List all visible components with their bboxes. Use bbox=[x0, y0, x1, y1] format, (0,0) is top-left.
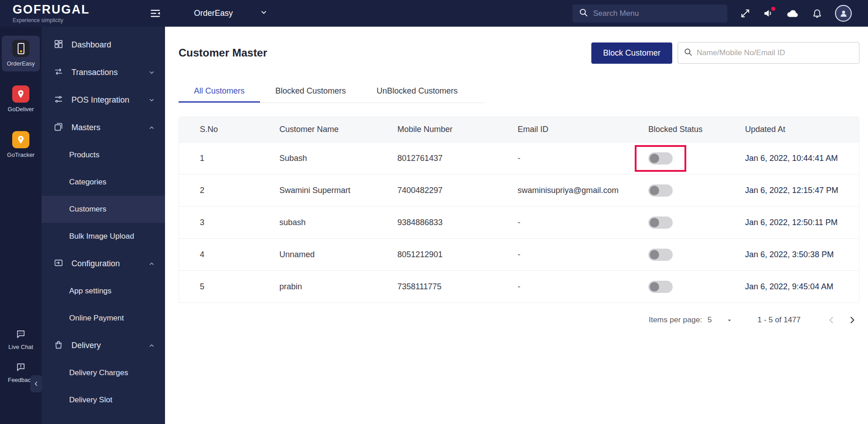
tab-blocked-customers[interactable]: Blocked Customers bbox=[260, 82, 361, 103]
customer-search-box[interactable] bbox=[678, 42, 859, 64]
sidebar-item-label: Masters bbox=[71, 123, 100, 132]
sidebar-item-configuration[interactable]: Configuration bbox=[42, 250, 165, 278]
cell-email-id: - bbox=[518, 218, 648, 227]
blocked-status-toggle[interactable] bbox=[648, 152, 673, 165]
cell-mobile-number: 8012761437 bbox=[397, 154, 518, 163]
sidebar-collapse-icon[interactable] bbox=[149, 7, 161, 19]
sidebar-sub-label: Online Payment bbox=[69, 314, 124, 323]
chevron-down-icon bbox=[148, 69, 155, 76]
sidebar-item-bulk-image-upload[interactable]: Bulk Image Upload bbox=[42, 223, 165, 250]
blocked-status-toggle[interactable] bbox=[648, 249, 673, 261]
app-rail: OrderEasy GoDeliver GoTracker Live Chat bbox=[0, 27, 42, 424]
sidebar-item-delivery[interactable]: Delivery bbox=[42, 332, 165, 359]
feedback-label: Feedback bbox=[8, 377, 33, 383]
cell-sno: 1 bbox=[200, 154, 279, 163]
cell-customer-name: Subash bbox=[279, 154, 397, 163]
logo-text: GOFRUGAL bbox=[13, 4, 136, 16]
sidebar-sub-label: Delivery Charges bbox=[69, 368, 128, 377]
sidebar-item-pos-integration[interactable]: POS Integration bbox=[42, 86, 165, 114]
table-row: 4 Unnamed 8051212901 - Jan 6, 2022, 3:50… bbox=[179, 238, 859, 270]
rail-item-ordereasy[interactable]: OrderEasy bbox=[2, 36, 40, 71]
column-header-mobile-number: Mobile Number bbox=[397, 125, 518, 134]
table-row: 1 Subash 8012761437 - Jan 6, 2022, 10:44… bbox=[179, 142, 859, 174]
main-content: Customer Master Block Customer All Custo… bbox=[165, 27, 868, 424]
cell-updated-at: Jan 6, 2022, 12:50:11 PM bbox=[745, 218, 859, 227]
sidebar-collapse-tab[interactable] bbox=[30, 375, 42, 392]
cell-customer-name: prabin bbox=[279, 282, 397, 292]
items-per-page-dropdown[interactable] bbox=[726, 317, 732, 323]
blocked-status-toggle[interactable] bbox=[648, 184, 673, 197]
notifications-bell-icon[interactable] bbox=[812, 8, 822, 19]
cell-mobile-number: 7400482297 bbox=[397, 186, 518, 195]
cell-sno: 2 bbox=[200, 186, 279, 195]
sidebar-item-app-settings[interactable]: App settings bbox=[42, 278, 165, 305]
cell-sno: 5 bbox=[200, 282, 279, 292]
pagination-next-button[interactable] bbox=[847, 315, 858, 325]
sidebar-item-customers[interactable]: Customers bbox=[42, 196, 165, 223]
feedback-button[interactable]: Feedback bbox=[8, 362, 33, 383]
rail-item-gotracker[interactable]: GoTracker bbox=[2, 127, 40, 163]
sidebar-item-transactions[interactable]: Transactions bbox=[42, 59, 165, 86]
blocked-status-toggle[interactable] bbox=[648, 217, 673, 229]
notification-dot bbox=[771, 7, 775, 11]
chevron-up-icon bbox=[148, 124, 155, 131]
sidebar-item-label: POS Integration bbox=[71, 95, 129, 105]
chevron-up-icon bbox=[148, 260, 155, 267]
cell-mobile-number: 9384886833 bbox=[397, 218, 518, 227]
brand-logo: GOFRUGAL Experience simplicity bbox=[0, 4, 136, 24]
customer-search-input[interactable] bbox=[697, 48, 854, 57]
sidebar-item-products[interactable]: Products bbox=[42, 141, 165, 169]
cloud-sync-icon[interactable] bbox=[786, 8, 799, 19]
pagination-prev-button[interactable] bbox=[826, 315, 837, 325]
rail-item-godeliver[interactable]: GoDeliver bbox=[2, 81, 40, 117]
live-chat-button[interactable]: Live Chat bbox=[9, 329, 33, 350]
product-selector-dropdown[interactable]: OrderEasy bbox=[194, 9, 268, 18]
column-header-blocked-status: Blocked Status bbox=[648, 125, 745, 134]
sidebar-sub-label: Bulk Image Upload bbox=[69, 232, 134, 241]
delivery-icon bbox=[54, 340, 63, 352]
sidebar-sub-label: Products bbox=[69, 151, 99, 160]
tab-all-customers[interactable]: All Customers bbox=[179, 82, 260, 103]
items-per-page-value: 5 bbox=[708, 316, 712, 325]
search-icon bbox=[684, 47, 693, 58]
cell-customer-name: Unnamed bbox=[279, 250, 397, 259]
header-search-box[interactable] bbox=[572, 5, 727, 23]
items-per-page-label: Items per page: bbox=[649, 316, 702, 325]
top-header: GOFRUGAL Experience simplicity OrderEasy bbox=[0, 0, 868, 27]
cell-email-id: - bbox=[518, 250, 648, 259]
cell-email-id: - bbox=[518, 282, 648, 292]
pos-integration-icon bbox=[54, 94, 63, 106]
table-header-row: S.No Customer Name Mobile Number Email I… bbox=[179, 117, 859, 142]
sidebar-item-masters[interactable]: Masters bbox=[42, 114, 165, 141]
cell-sno: 4 bbox=[200, 250, 279, 259]
user-avatar[interactable] bbox=[835, 5, 852, 22]
sidebar-item-categories[interactable]: Categories bbox=[42, 169, 165, 196]
tab-unblocked-customers[interactable]: UnBlocked Customers bbox=[361, 82, 473, 103]
fullscreen-icon[interactable] bbox=[740, 8, 750, 19]
block-customer-button[interactable]: Block Customer bbox=[591, 42, 672, 64]
announcements-icon[interactable] bbox=[763, 8, 774, 19]
sidebar-item-label: Configuration bbox=[71, 259, 120, 269]
sidebar-item-online-payment[interactable]: Online Payment bbox=[42, 305, 165, 332]
column-header-updated-at: Updated At bbox=[745, 125, 859, 134]
sidebar-item-dashboard[interactable]: Dashboard bbox=[42, 31, 165, 59]
sidebar-item-label: Transactions bbox=[71, 68, 118, 77]
cell-mobile-number: 8051212901 bbox=[397, 250, 518, 259]
cell-updated-at: Jan 6, 2022, 12:15:47 PM bbox=[745, 186, 859, 195]
table-row: 2 Swamini Supermart 7400482297 swaminisu… bbox=[179, 174, 859, 206]
chevron-up-icon bbox=[148, 342, 155, 349]
logo-tagline: Experience simplicity bbox=[13, 17, 136, 24]
sidebar-item-delivery-slot[interactable]: Delivery Slot bbox=[42, 386, 165, 414]
table-row: 5 prabin 7358111775 - Jan 6, 2022, 9:45:… bbox=[179, 270, 859, 302]
header-search-input[interactable] bbox=[593, 9, 721, 18]
sidebar-nav: Dashboard Transactions POS Integration bbox=[42, 27, 165, 424]
search-icon bbox=[579, 8, 588, 19]
sidebar-item-label: Dashboard bbox=[71, 40, 111, 50]
rail-label-gotracker: GoTracker bbox=[7, 151, 35, 158]
cell-updated-at: Jan 6, 2022, 9:45:04 AM bbox=[745, 282, 859, 292]
blocked-status-toggle[interactable] bbox=[648, 281, 673, 293]
sidebar-item-delivery-charges[interactable]: Delivery Charges bbox=[42, 359, 165, 386]
pagination-range-label: 1 - 5 of 1477 bbox=[758, 316, 801, 325]
product-selector-label: OrderEasy bbox=[194, 9, 233, 18]
sidebar-sub-label: Customers bbox=[69, 205, 106, 214]
